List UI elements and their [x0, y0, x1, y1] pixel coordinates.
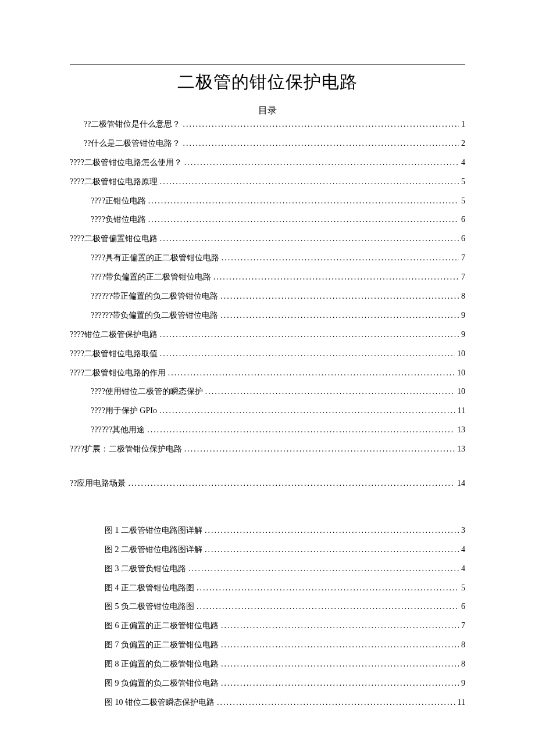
toc-heading: 目录 [70, 105, 465, 117]
toc-entry-page: 3 [461, 525, 465, 536]
toc-leader-dots [221, 659, 459, 670]
toc-entry-label: ????二极管钳位电路怎么使用？ [70, 157, 182, 169]
toc-entry-label: ????二极管钳位电路的作用 [70, 368, 166, 379]
toc-leader-dots [160, 329, 459, 341]
toc-entry-page: 10 [457, 368, 465, 379]
toc-entry-page: 11 [458, 406, 465, 417]
toc-entry-label: ????二极管偏置钳位电路 [70, 234, 158, 245]
toc-entry[interactable]: ??应用电路场景14 [70, 478, 465, 489]
toc-leader-dots [159, 406, 455, 417]
toc-entry-page: 9 [461, 329, 465, 341]
toc-entry[interactable]: 图 3 二极管负钳位电路4 [70, 564, 465, 575]
toc-entry-label: 图 9 负偏置的负二极管钳位电路 [105, 678, 219, 689]
toc-gap [70, 463, 465, 478]
toc-entry[interactable]: ????用于保护 GPIo11 [70, 406, 465, 417]
toc-entry[interactable]: 图 8 正偏置的负二极管钳位电路8 [70, 659, 465, 670]
toc-leader-dots [168, 368, 455, 379]
toc-entry-page: 5 [461, 177, 465, 188]
toc-entry-label: ????带负偏置的正二极管钳位电路 [91, 272, 211, 283]
toc-entry-page: 6 [461, 214, 465, 225]
toc-entry-label: ????使用钳位二极管的瞬态保护 [91, 386, 203, 397]
toc-entry[interactable]: 图 9 负偏置的负二极管钳位电路9 [70, 678, 465, 689]
toc-entry[interactable]: ??什么是二极管钳位电路？2 [70, 138, 465, 149]
toc-entry[interactable]: 图 6 正偏置的正二极管钳位电路7 [70, 621, 465, 632]
table-of-contents-tail: ??应用电路场景14 [70, 478, 465, 489]
toc-leader-dots [160, 234, 459, 245]
toc-leader-dots [148, 196, 459, 207]
toc-leader-dots [222, 253, 459, 264]
list-of-figures: 图 1 二极管钳位电路图详解3图 2 二极管钳位电路图详解4图 3 二极管负钳位… [70, 525, 465, 708]
toc-entry-label: ????负钳位电路 [91, 214, 146, 225]
toc-leader-dots [221, 621, 459, 632]
toc-entry[interactable]: 图 1 二极管钳位电路图详解3 [70, 525, 465, 536]
toc-leader-dots [220, 310, 459, 321]
toc-entry-page: 1 [461, 119, 465, 130]
toc-entry-label: ????用于保护 GPIo [91, 406, 157, 417]
toc-leader-dots [197, 583, 459, 594]
toc-leader-dots [183, 138, 459, 149]
toc-entry-page: 8 [461, 291, 465, 302]
toc-entry-page: 10 [457, 349, 465, 360]
toc-entry-label: 图 2 二极管钳位电路图详解 [105, 544, 202, 556]
toc-entry[interactable]: 图 7 负偏置的正二极管钳位电路8 [70, 640, 465, 651]
toc-entry-label: 图 6 正偏置的正二极管钳位电路 [105, 621, 219, 632]
header-rule [70, 64, 465, 65]
toc-leader-dots [184, 157, 459, 169]
toc-entry[interactable]: ????钳位二极管保护电路9 [70, 329, 465, 341]
toc-entry-label: ????具有正偏置的正二极管钳位电路 [91, 253, 219, 264]
toc-entry-page: 13 [457, 444, 465, 455]
toc-entry[interactable]: ????二极管钳位电路原理5 [70, 177, 465, 188]
toc-leader-dots [148, 214, 459, 225]
toc-entry[interactable]: ????具有正偏置的正二极管钳位电路7 [70, 253, 465, 264]
toc-entry[interactable]: ??????带正偏置的负二极管钳位电路8 [70, 291, 465, 302]
toc-entry[interactable]: ????二极管钳位电路的作用10 [70, 368, 465, 379]
toc-leader-dots [205, 386, 455, 397]
toc-entry[interactable]: ????使用钳位二极管的瞬态保护10 [70, 386, 465, 397]
toc-entry[interactable]: ??二极管钳位是什么意思？1 [70, 119, 465, 130]
toc-entry-page: 10 [457, 386, 465, 397]
toc-leader-dots [184, 444, 455, 455]
toc-entry-label: 图 1 二极管钳位电路图详解 [105, 525, 202, 536]
toc-entry[interactable]: ??????带负偏置的负二极管钳位电路9 [70, 310, 465, 321]
toc-leader-dots [188, 564, 459, 575]
toc-entry[interactable]: ????二极管偏置钳位电路6 [70, 234, 465, 245]
toc-leader-dots [205, 544, 459, 556]
toc-entry-label: ????扩展：二极管钳位保护电路 [70, 444, 182, 455]
toc-leader-dots [128, 478, 455, 489]
toc-entry-label: ??应用电路场景 [70, 478, 126, 489]
toc-leader-dots [197, 601, 459, 612]
document-page: 二极管的钳位保护电路 目录 ??二极管钳位是什么意思？1??什么是二极管钳位电路… [0, 0, 535, 751]
toc-entry-page: 13 [457, 425, 465, 436]
toc-entry[interactable]: ????正钳位电路5 [70, 196, 465, 207]
toc-entry-page: 4 [461, 157, 465, 169]
toc-entry[interactable]: ????带负偏置的正二极管钳位电路7 [70, 272, 465, 283]
toc-entry-page: 4 [461, 564, 465, 575]
toc-entry-page: 7 [461, 621, 465, 632]
toc-leader-dots [205, 525, 459, 536]
toc-entry[interactable]: ????二极管钳位电路怎么使用？4 [70, 157, 465, 169]
toc-leader-dots [217, 697, 455, 708]
toc-entry[interactable]: 图 10 钳位二极管瞬态保护电路11 [70, 697, 465, 708]
toc-entry-label: 图 4 正二极管钳位电路图 [105, 583, 194, 594]
toc-entry-label: 图 8 正偏置的负二极管钳位电路 [105, 659, 219, 670]
toc-entry[interactable]: 图 4 正二极管钳位电路图5 [70, 583, 465, 594]
toc-leader-dots [221, 640, 459, 651]
toc-entry-page: 4 [461, 544, 465, 556]
toc-entry-label: 图 3 二极管负钳位电路 [105, 564, 186, 575]
toc-entry[interactable]: ????扩展：二极管钳位保护电路13 [70, 444, 465, 455]
toc-entry-page: 6 [461, 601, 465, 612]
toc-entry[interactable]: ????二极管钳位电路取值10 [70, 349, 465, 360]
toc-entry[interactable]: 图 5 负二极管钳位电路图6 [70, 601, 465, 612]
toc-entry-page: 7 [461, 253, 465, 264]
toc-entry[interactable]: ??????其他用途13 [70, 425, 465, 436]
document-title: 二极管的钳位保护电路 [70, 70, 465, 94]
toc-entry-label: ????二极管钳位电路取值 [70, 349, 158, 360]
toc-entry[interactable]: ????负钳位电路6 [70, 214, 465, 225]
table-of-contents: ??二极管钳位是什么意思？1??什么是二极管钳位电路？2????二极管钳位电路怎… [70, 119, 465, 455]
toc-entry[interactable]: 图 2 二极管钳位电路图详解4 [70, 544, 465, 556]
toc-gap-big [70, 497, 465, 525]
toc-leader-dots [221, 678, 459, 689]
toc-leader-dots [160, 177, 459, 188]
toc-entry-label: 图 7 负偏置的正二极管钳位电路 [105, 640, 219, 651]
toc-entry-page: 7 [461, 272, 465, 283]
